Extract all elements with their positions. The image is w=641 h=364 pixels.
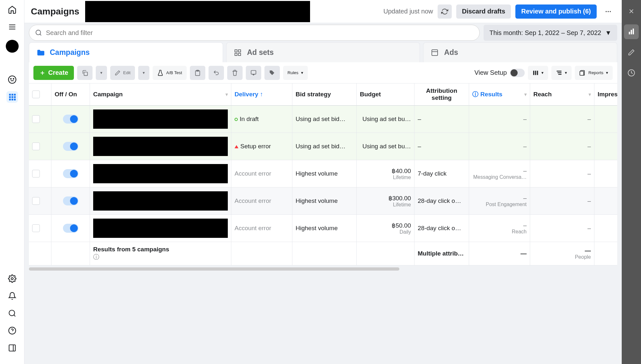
- toggle-switch[interactable]: [63, 196, 78, 205]
- create-button[interactable]: ＋ Create: [33, 66, 74, 80]
- svg-rect-13: [11, 99, 13, 100]
- svg-rect-7: [11, 94, 13, 95]
- delete-button[interactable]: [227, 66, 243, 80]
- campaign-name-redacted[interactable]: [93, 137, 228, 156]
- campaign-name-redacted[interactable]: [93, 191, 228, 211]
- svg-rect-6: [9, 94, 11, 95]
- ads-manager-icon[interactable]: [6, 91, 18, 103]
- svg-rect-29: [235, 53, 237, 56]
- svg-point-3: [8, 76, 16, 83]
- svg-rect-14: [14, 99, 15, 100]
- tab-campaigns[interactable]: Campaigns: [29, 42, 223, 62]
- toggle-switch[interactable]: [63, 169, 78, 178]
- page-title: Campaigns: [31, 6, 79, 17]
- object-tabs: Campaigns Ad sets Ads: [24, 42, 622, 62]
- updated-text: Updated just now: [383, 8, 433, 15]
- svg-rect-43: [558, 74, 562, 75]
- topbar: Campaigns Updated just now Discard draft…: [24, 0, 622, 23]
- date-range-picker[interactable]: This month: Sep 1, 2022 – Sep 7, 2022 ▼: [484, 25, 617, 41]
- svg-rect-40: [537, 71, 538, 75]
- campaign-name-redacted[interactable]: [93, 219, 228, 238]
- view-setup-toggle[interactable]: View Setup: [475, 69, 525, 77]
- campaign-name-redacted[interactable]: [93, 109, 228, 129]
- svg-rect-9: [9, 96, 11, 98]
- svg-rect-12: [9, 99, 11, 100]
- view-setup-label: View Setup: [475, 69, 507, 76]
- home-icon[interactable]: [6, 4, 18, 15]
- search-nav-icon[interactable]: [6, 308, 18, 319]
- campaigns-table: Off / OnCampaign▾Delivery ↑Bid strategyB…: [29, 83, 617, 265]
- undo-button[interactable]: [209, 66, 224, 80]
- copy-button[interactable]: [190, 66, 205, 80]
- redacted-account-selector[interactable]: [85, 1, 310, 22]
- chevron-down-icon: ▾: [301, 70, 303, 75]
- campaign-name-redacted[interactable]: [93, 164, 228, 183]
- rules-button[interactable]: Rules ▾: [283, 66, 308, 80]
- select-all-checkbox[interactable]: [32, 91, 40, 98]
- row-checkbox[interactable]: [32, 115, 40, 123]
- breakdown-button[interactable]: ▾: [551, 66, 572, 80]
- duplicate-button[interactable]: [77, 66, 93, 80]
- ad-icon: [430, 48, 440, 57]
- menu-icon[interactable]: [6, 21, 18, 33]
- toggle-switch[interactable]: [63, 224, 78, 233]
- bell-icon[interactable]: [6, 290, 18, 302]
- grid-icon: [233, 48, 243, 57]
- charts-icon[interactable]: [624, 24, 639, 39]
- history-icon[interactable]: [624, 65, 639, 80]
- tag-button[interactable]: [264, 66, 280, 80]
- left-nav: [0, 0, 24, 364]
- emoji-icon[interactable]: [6, 74, 18, 85]
- reports-label: Reports: [588, 70, 603, 75]
- svg-rect-39: [535, 71, 536, 75]
- row-checkbox[interactable]: [32, 197, 40, 205]
- svg-rect-33: [84, 72, 88, 75]
- help-icon[interactable]: [6, 325, 18, 336]
- svg-rect-42: [557, 72, 562, 73]
- settings-icon[interactable]: [6, 273, 18, 284]
- duplicate-dropdown[interactable]: ▾: [96, 66, 107, 80]
- svg-point-24: [610, 11, 611, 12]
- svg-rect-27: [235, 50, 237, 52]
- svg-rect-11: [14, 96, 15, 98]
- refresh-button[interactable]: [438, 4, 452, 19]
- toggle-switch[interactable]: [63, 142, 78, 151]
- svg-rect-8: [14, 94, 15, 95]
- row-checkbox[interactable]: [32, 224, 40, 232]
- svg-rect-37: [251, 70, 256, 74]
- account-avatar[interactable]: [6, 40, 19, 53]
- row-checkbox[interactable]: [32, 170, 40, 178]
- toggle-knob[interactable]: [510, 69, 525, 77]
- svg-point-15: [11, 278, 13, 280]
- svg-rect-49: [631, 30, 632, 34]
- row-checkbox[interactable]: [32, 143, 40, 150]
- abtest-label: A/B Test: [166, 70, 182, 75]
- right-panel-bar: [622, 0, 641, 364]
- tab-ads[interactable]: Ads: [423, 42, 617, 62]
- horizontal-scrollbar[interactable]: [29, 267, 399, 271]
- svg-point-22: [606, 11, 607, 12]
- discard-drafts-button[interactable]: Discard drafts: [456, 4, 511, 19]
- edit-dropdown[interactable]: ▾: [138, 66, 149, 80]
- svg-rect-48: [629, 32, 630, 34]
- svg-rect-31: [432, 50, 438, 56]
- columns-button[interactable]: ▾: [528, 66, 548, 80]
- review-publish-button[interactable]: Review and publish (6): [515, 4, 597, 19]
- svg-rect-20: [9, 345, 15, 351]
- panel-icon[interactable]: [6, 342, 18, 354]
- export-button[interactable]: [246, 66, 261, 80]
- svg-rect-10: [11, 96, 13, 98]
- more-button[interactable]: [601, 4, 615, 19]
- tab-adsets[interactable]: Ad sets: [226, 42, 420, 62]
- search-input[interactable]: [46, 29, 474, 37]
- svg-rect-45: [580, 71, 584, 75]
- svg-rect-41: [557, 71, 562, 72]
- search-filter-box[interactable]: [29, 25, 480, 41]
- main-area: Campaigns Updated just now Discard draft…: [24, 0, 622, 364]
- abtest-button[interactable]: A/B Test: [153, 66, 186, 80]
- edit-panel-icon[interactable]: [624, 45, 639, 60]
- edit-button[interactable]: Edit: [110, 66, 135, 80]
- close-panel-icon[interactable]: [624, 4, 639, 19]
- reports-button[interactable]: Reports ▾: [575, 66, 613, 80]
- toggle-switch[interactable]: [63, 115, 78, 124]
